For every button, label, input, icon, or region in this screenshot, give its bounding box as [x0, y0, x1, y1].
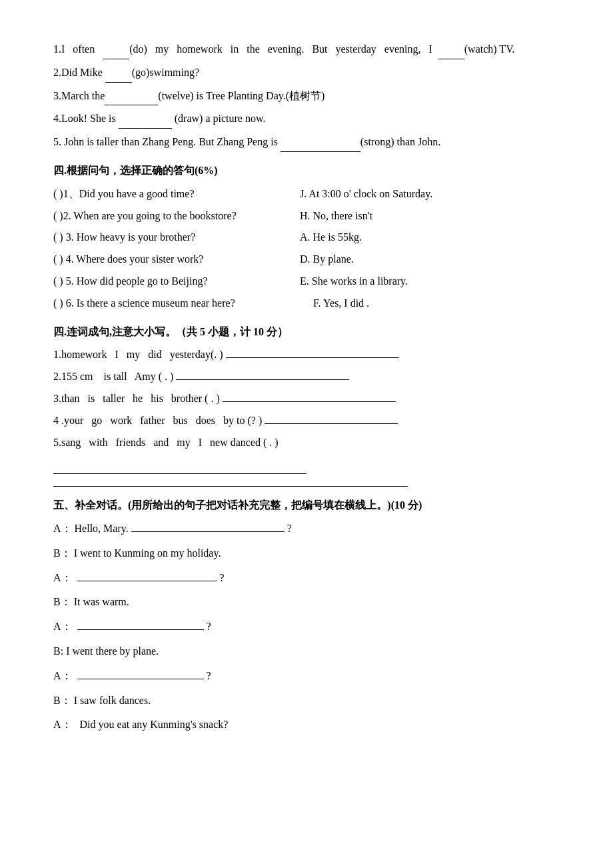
blank-q2[interactable]: [105, 71, 132, 83]
compose-text-2: 2.155 cm is tall Amy ( . ): [53, 367, 173, 387]
dialog-blank-7[interactable]: [77, 667, 204, 679]
match-question-2: ( )2. When are you going to the bookstor…: [53, 207, 300, 226]
dialog-suffix-5: ?: [207, 617, 211, 637]
dialog-suffix-7: ?: [207, 667, 211, 686]
section5-title: 四.连词成句,注意大小写。（共 5 小题，计 10 分）: [53, 323, 560, 342]
q5: 5. John is taller than Zhang Peng. But Z…: [53, 133, 560, 152]
match-answer-5: E. She works in a library.: [300, 272, 560, 291]
blank-q4[interactable]: [119, 117, 172, 129]
compose-text-1: 1.homework I my did yesterday(. ): [53, 345, 223, 365]
dialog-blank-3[interactable]: [77, 569, 217, 581]
worksheet: 1.I often (do) my homework in the evenin…: [53, 40, 560, 735]
dialog-speaker-4: B：: [53, 593, 71, 612]
dialog-suffix-1: ?: [287, 519, 292, 539]
blank-q1a[interactable]: [103, 47, 129, 59]
match-question-1: ( )1、Did you have a good time?: [53, 185, 300, 204]
dialog-row-4: B： It was warm.: [53, 593, 560, 612]
dialog-text-8: I saw folk dances.: [74, 691, 151, 711]
dialog-row-1: A： Hello, Mary. ?: [53, 519, 560, 539]
compose-item-5: 5.sang with friends and my I new danced …: [53, 433, 560, 453]
compose-item-3: 3.than is taller he his brother ( . ): [53, 389, 560, 409]
compose-text-5: 5.sang with friends and my I new danced …: [53, 433, 279, 453]
dialog-speaker-7: A：: [53, 667, 72, 686]
dialog-text-4: It was warm.: [74, 593, 129, 612]
dialog-row-9: A： Did you eat any Kunming's snack?: [53, 715, 560, 735]
dialog-speaker-9: A：: [53, 715, 72, 735]
dialog-speaker-8: B：: [53, 691, 71, 711]
q1: 1.I often (do) my homework in the evenin…: [53, 40, 560, 59]
match-answer-2: H. No, there isn't: [300, 207, 560, 226]
match-question-4: ( ) 4. Where does your sister work?: [53, 250, 300, 269]
compose-text-3: 3.than is taller he his brother ( . ): [53, 389, 220, 409]
dialog-speaker-1: A：: [53, 519, 72, 539]
dialog-blank-1[interactable]: [131, 520, 285, 532]
section6-title: 五、补全对话。(用所给出的句子把对话补充完整，把编号填在横线上。)(10 分): [53, 496, 560, 515]
compose-blank-3[interactable]: [223, 390, 396, 402]
dialog-speaker-2: B：: [53, 544, 71, 563]
compose-blank-4[interactable]: [265, 412, 398, 424]
dialog-text-1: Hello, Mary.: [75, 519, 129, 539]
match-answer-4: D. By plane.: [300, 250, 560, 269]
dialog-row-8: B： I saw folk dances.: [53, 691, 560, 711]
match-question-6: ( ) 6. Is there a science museum near he…: [53, 294, 300, 313]
compose-item-2: 2.155 cm is tall Amy ( . ): [53, 367, 560, 387]
dialog-speaker-3: A：: [53, 569, 72, 588]
match-question-5: ( ) 5. How did people go to Beijing?: [53, 272, 300, 291]
match-answer-1: J. At 3:00 o' clock on Saturday.: [300, 185, 560, 204]
match-item-1: ( )1、Did you have a good time? J. At 3:0…: [53, 185, 560, 204]
blank-q3[interactable]: [105, 93, 158, 105]
dialog-text-6: I went there by plane.: [66, 642, 159, 661]
match-answer-3: A. He is 55kg.: [300, 228, 560, 247]
dialog-text-2: I went to Kunming on my holiday.: [74, 544, 221, 563]
fill-in-section: 1.I often (do) my homework in the evenin…: [53, 40, 560, 152]
match-item-3: ( ) 3. How heavy is your brother? A. He …: [53, 228, 560, 247]
dialog-speaker-6: B:: [53, 642, 63, 661]
compose-item-1: 1.homework I my did yesterday(. ): [53, 345, 560, 365]
blank-q1b[interactable]: [438, 47, 464, 59]
dialog-text-9: Did you eat any Kunming's snack?: [75, 715, 229, 735]
dialog-row-2: B： I went to Kunming on my holiday.: [53, 544, 560, 563]
compose-blank-1[interactable]: [226, 346, 399, 358]
compose-text-4: 4 .your go work father bus does by to (?…: [53, 411, 262, 431]
match-list: ( )1、Did you have a good time? J. At 3:0…: [53, 185, 560, 313]
q4: 4.Look! She is (draw) a picture now.: [53, 109, 560, 129]
matching-section: 四.根据问句，选择正确的答句(6%) ( )1、Did you have a g…: [53, 161, 560, 313]
section4-title: 四.根据问句，选择正确的答句(6%): [53, 161, 560, 181]
divider: [53, 486, 408, 487]
dialog-blank-5[interactable]: [77, 618, 204, 630]
match-item-5: ( ) 5. How did people go to Beijing? E. …: [53, 272, 560, 291]
dialog-row-3: A： ?: [53, 569, 560, 588]
compose-blank-2[interactable]: [176, 368, 349, 380]
match-item-4: ( ) 4. Where does your sister work? D. B…: [53, 250, 560, 269]
match-item-2: ( )2. When are you going to the bookstor…: [53, 207, 560, 226]
dialog-row-5: A： ?: [53, 617, 560, 637]
match-item-6: ( ) 6. Is there a science museum near he…: [53, 294, 560, 313]
dialog-suffix-3: ?: [220, 569, 225, 588]
q2: 2.Did Mike (go)swimming?: [53, 63, 560, 83]
match-answer-6: F. Yes, I did .: [300, 294, 560, 313]
compose-item-4: 4 .your go work father bus does by to (?…: [53, 411, 560, 431]
dialog-section: 五、补全对话。(用所给出的句子把对话补充完整，把编号填在横线上。)(10 分) …: [53, 496, 560, 735]
blank-q5[interactable]: [281, 140, 360, 152]
compose-section: 四.连词成句,注意大小写。（共 5 小题，计 10 分） 1.homework …: [53, 323, 560, 475]
dialog-row-6: B: I went there by plane.: [53, 642, 560, 661]
q3: 3.March the(twelve) is Tree Planting Day…: [53, 87, 560, 106]
dialog-row-7: A： ?: [53, 667, 560, 686]
dialog-speaker-5: A：: [53, 617, 72, 637]
compose-blank-5[interactable]: [53, 462, 306, 474]
match-question-3: ( ) 3. How heavy is your brother?: [53, 228, 300, 247]
